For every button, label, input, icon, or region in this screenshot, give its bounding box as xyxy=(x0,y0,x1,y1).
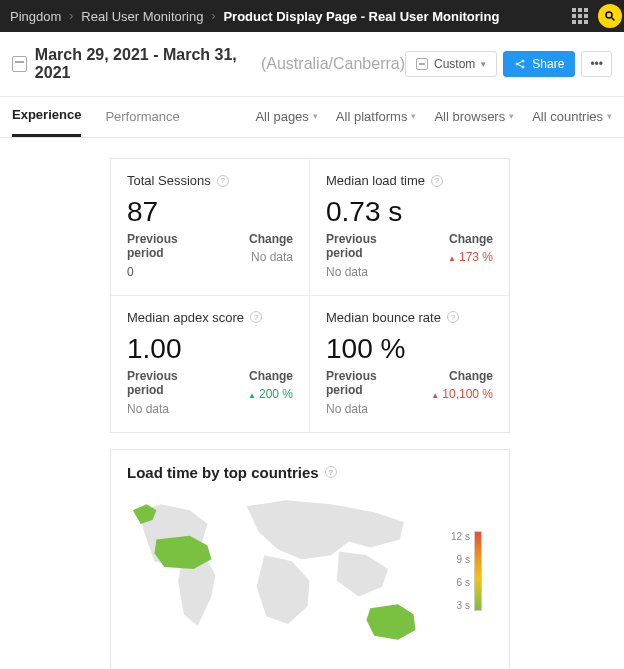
legend-6s: 6 s xyxy=(451,577,470,588)
svg-point-2 xyxy=(516,63,518,65)
help-icon[interactable]: ? xyxy=(325,466,337,478)
card-total-sessions: Total Sessions? 87 Previous period0 Chan… xyxy=(111,159,310,296)
triangle-up-icon: ▲ xyxy=(448,254,456,263)
card-value: 87 xyxy=(127,196,293,228)
chevron-down-icon: ▾ xyxy=(509,111,514,121)
more-icon: ••• xyxy=(590,57,603,71)
more-button[interactable]: ••• xyxy=(581,51,612,77)
change-label: Change xyxy=(448,232,493,246)
filter-label: All countries xyxy=(532,109,603,124)
triangle-up-icon: ▲ xyxy=(431,391,439,400)
chevron-down-icon: ▾ xyxy=(313,111,318,121)
card-median-bounce: Median bounce rate? 100 % Previous perio… xyxy=(310,296,509,432)
filter-platforms[interactable]: All platforms▾ xyxy=(336,109,417,136)
svg-line-1 xyxy=(612,18,615,21)
prev-value: No data xyxy=(326,265,368,279)
apps-grid-icon[interactable] xyxy=(572,8,588,24)
top-breadcrumb-bar: Pingdom › Real User Monitoring › Product… xyxy=(0,0,624,32)
card-value: 100 % xyxy=(326,333,493,365)
share-label: Share xyxy=(532,57,564,71)
change-value: ▲10,100 % xyxy=(431,387,493,401)
prev-value: No data xyxy=(127,402,169,416)
world-map[interactable] xyxy=(127,491,441,651)
custom-label: Custom xyxy=(434,57,475,71)
card-title: Median bounce rate xyxy=(326,310,441,325)
help-icon[interactable]: ? xyxy=(431,175,443,187)
breadcrumb-current: Product Display Page - Real User Monitor… xyxy=(223,9,499,24)
card-title: Median load time xyxy=(326,173,425,188)
summary-cards: Total Sessions? 87 Previous period0 Chan… xyxy=(110,158,510,433)
share-icon xyxy=(514,58,526,70)
filter-countries[interactable]: All countries▾ xyxy=(532,109,612,136)
date-toolbar: March 29, 2021 - March 31, 2021 (Austral… xyxy=(0,32,624,97)
help-icon[interactable]: ? xyxy=(250,311,262,323)
legend-3s: 3 s xyxy=(451,600,470,611)
svg-line-5 xyxy=(518,62,522,64)
custom-range-button[interactable]: Custom ▾ xyxy=(405,51,497,77)
change-value: ▲173 % xyxy=(448,250,493,264)
card-median-apdex: Median apdex score? 1.00 Previous period… xyxy=(111,296,310,432)
change-value: ▲200 % xyxy=(248,387,293,401)
panel-load-time-by-country: Load time by top countries? xyxy=(110,449,510,669)
filter-label: All browsers xyxy=(434,109,505,124)
change-label: Change xyxy=(249,232,293,246)
chevron-right-icon: › xyxy=(69,9,73,23)
search-icon[interactable] xyxy=(598,4,622,28)
card-value: 1.00 xyxy=(127,333,293,365)
filter-label: All platforms xyxy=(336,109,408,124)
help-icon[interactable]: ? xyxy=(447,311,459,323)
share-button[interactable]: Share xyxy=(503,51,575,77)
tab-performance[interactable]: Performance xyxy=(105,109,179,136)
prev-label: Previous period xyxy=(326,232,386,261)
legend-12s: 12 s xyxy=(451,531,470,542)
chevron-down-icon: ▾ xyxy=(411,111,416,121)
subnav-bar: Experience Performance All pages▾ All pl… xyxy=(0,97,624,138)
change-label: Change xyxy=(431,369,493,383)
change-value: No data xyxy=(251,250,293,264)
panel-title: Load time by top countries xyxy=(127,464,319,481)
breadcrumb-pingdom[interactable]: Pingdom xyxy=(10,9,61,24)
chevron-down-icon: ▾ xyxy=(607,111,612,121)
calendar-icon xyxy=(416,58,428,70)
svg-line-6 xyxy=(518,65,522,67)
tab-experience[interactable]: Experience xyxy=(12,107,81,137)
card-median-load-time: Median load time? 0.73 s Previous period… xyxy=(310,159,509,296)
svg-point-3 xyxy=(522,60,524,62)
card-title: Total Sessions xyxy=(127,173,211,188)
legend-9s: 9 s xyxy=(451,554,470,565)
filter-browsers[interactable]: All browsers▾ xyxy=(434,109,514,136)
timezone-label: (Australia/Canberra) xyxy=(261,55,405,73)
change-label: Change xyxy=(248,369,293,383)
prev-label: Previous period xyxy=(127,369,187,398)
chevron-right-icon: › xyxy=(211,9,215,23)
main-content: Total Sessions? 87 Previous period0 Chan… xyxy=(0,138,624,669)
card-value: 0.73 s xyxy=(326,196,493,228)
filter-pages[interactable]: All pages▾ xyxy=(255,109,317,136)
calendar-icon[interactable] xyxy=(12,56,27,72)
map-legend: 12 s 9 s 6 s 3 s xyxy=(451,531,493,611)
prev-label: Previous period xyxy=(326,369,386,398)
breadcrumb-rum[interactable]: Real User Monitoring xyxy=(81,9,203,24)
filter-label: All pages xyxy=(255,109,308,124)
card-title: Median apdex score xyxy=(127,310,244,325)
date-range[interactable]: March 29, 2021 - March 31, 2021 xyxy=(35,46,257,82)
svg-point-0 xyxy=(606,12,612,18)
prev-value: No data xyxy=(326,402,368,416)
triangle-up-icon: ▲ xyxy=(248,391,256,400)
chevron-down-icon: ▾ xyxy=(481,59,486,69)
prev-label: Previous period xyxy=(127,232,187,261)
help-icon[interactable]: ? xyxy=(217,175,229,187)
prev-value: 0 xyxy=(127,265,134,279)
svg-point-4 xyxy=(522,66,524,68)
legend-gradient xyxy=(474,531,482,611)
